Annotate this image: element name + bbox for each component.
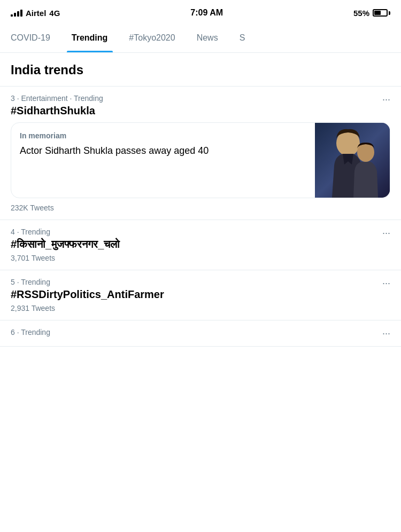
trend-hashtag-2: #किसानो_मुजफ्फरनगर_चलो: [11, 238, 390, 251]
trend-meta-4: 6 · Trending: [11, 328, 390, 337]
battery-icon: [373, 9, 390, 17]
trend-meta-3: 5 · Trending: [11, 278, 390, 286]
trend-item-2[interactable]: 4 · Trending #किसानो_मुजफ्फरनगर_चलो 3,70…: [0, 220, 401, 270]
tab-trending[interactable]: Trending: [61, 24, 119, 52]
status-time: 7:09 AM: [190, 8, 223, 18]
nav-tabs: COVID-19 Trending #Tokyo2020 News S: [0, 24, 401, 53]
network-type-label: 4G: [49, 9, 60, 18]
tab-covid19[interactable]: COVID-19: [0, 24, 61, 52]
carrier-label: Airtel: [26, 9, 46, 18]
memoriam-image: [315, 123, 390, 198]
memoriam-card[interactable]: In memoriam Actor Sidharth Shukla passes…: [11, 122, 390, 198]
memoriam-label: In memoriam: [20, 131, 306, 140]
tab-sports[interactable]: S: [229, 24, 256, 52]
status-bar: Airtel 4G 7:09 AM 55%: [0, 0, 401, 24]
trend-tweets-1: 232K Tweets: [11, 204, 390, 212]
trend-meta-2: 4 · Trending: [11, 228, 390, 236]
trend-item-3[interactable]: 5 · Trending #RSSDirtyPolitics_AntiFarme…: [0, 270, 401, 320]
memoriam-content: In memoriam Actor Sidharth Shukla passes…: [11, 123, 315, 198]
trend-item-1[interactable]: 3 · Entertainment · Trending #SidharthSh…: [0, 87, 401, 220]
memoriam-image-bg: [315, 123, 390, 198]
trend-more-button-1[interactable]: ···: [382, 94, 390, 105]
person-svg: [315, 123, 390, 198]
battery-percent-label: 55%: [353, 9, 369, 18]
status-left: Airtel 4G: [11, 9, 60, 18]
trend-more-button-2[interactable]: ···: [382, 228, 390, 239]
trend-more-button-3[interactable]: ···: [382, 278, 390, 289]
trend-more-button-4[interactable]: ···: [382, 328, 390, 339]
trend-item-4[interactable]: 6 · Trending ···: [0, 320, 401, 347]
signal-bars-icon: [11, 9, 22, 17]
memoriam-text: Actor Sidharth Shukla passes away aged 4…: [20, 144, 306, 158]
status-right: 55%: [353, 9, 390, 18]
trend-tweets-2: 3,701 Tweets: [11, 254, 390, 262]
trend-hashtag-3: #RSSDirtyPolitics_AntiFarmer: [11, 288, 390, 301]
trend-hashtag-1: #SidharthShukla: [11, 105, 390, 117]
trend-meta-1: 3 · Entertainment · Trending: [11, 94, 390, 103]
tab-tokyo2020[interactable]: #Tokyo2020: [118, 24, 186, 52]
trend-tweets-3: 2,931 Tweets: [11, 304, 390, 312]
page-title: India trends: [0, 53, 401, 87]
tab-news[interactable]: News: [186, 24, 229, 52]
